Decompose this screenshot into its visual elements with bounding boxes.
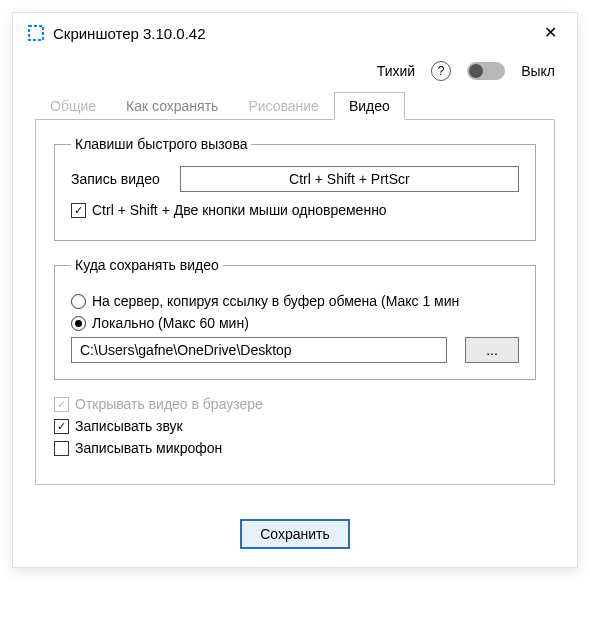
save-server-label: На сервер, копируя ссылку в буфер обмена… <box>92 293 459 309</box>
tab-how-save[interactable]: Как сохранять <box>111 92 233 120</box>
app-icon <box>27 24 45 42</box>
hotkeys-legend: Клавиши быстрого вызова <box>71 136 251 152</box>
save-location-legend: Куда сохранять видео <box>71 257 223 273</box>
record-video-label: Запись видео <box>71 171 160 187</box>
save-location-group: Куда сохранять видео На сервер, копируя … <box>54 257 536 380</box>
tab-general[interactable]: Общие <box>35 92 111 120</box>
save-button-label: Сохранить <box>260 526 330 542</box>
save-path-input[interactable]: C:\Users\gafne\OneDrive\Desktop <box>71 337 447 363</box>
tab-strip: Общие Как сохранять Рисование Видео <box>35 91 555 120</box>
hotkeys-group: Клавиши быстрого вызова Запись видео Ctr… <box>54 136 536 241</box>
quiet-mode-label: Тихий <box>377 63 415 79</box>
record-mic-label: Записывать микрофон <box>75 440 222 456</box>
toggle-state-label: Выкл <box>521 63 555 79</box>
save-server-radio[interactable] <box>71 294 86 309</box>
top-controls: Тихий ? Выкл <box>13 53 577 85</box>
tab-video-panel: Клавиши быстрого вызова Запись видео Ctr… <box>35 120 555 485</box>
mouse-combo-label: Ctrl + Shift + Две кнопки мыши одновреме… <box>92 202 387 218</box>
settings-window: Скриншотер 3.10.0.42 ✕ Тихий ? Выкл Общи… <box>12 12 578 568</box>
save-local-label: Локально (Макс 60 мин) <box>92 315 249 331</box>
browse-button-label: ... <box>486 342 498 358</box>
open-browser-checkbox <box>54 397 69 412</box>
tab-video[interactable]: Видео <box>334 92 405 120</box>
tab-drawing[interactable]: Рисование <box>233 92 334 120</box>
save-local-radio[interactable] <box>71 316 86 331</box>
browse-button[interactable]: ... <box>465 337 519 363</box>
record-video-hotkey-text: Ctrl + Shift + PrtScr <box>289 171 410 187</box>
footer: Сохранить <box>13 505 577 567</box>
window-title: Скриншотер 3.10.0.42 <box>53 25 538 42</box>
help-icon[interactable]: ? <box>431 61 451 81</box>
save-button[interactable]: Сохранить <box>240 519 350 549</box>
svg-rect-0 <box>29 26 43 40</box>
content-area: Общие Как сохранять Рисование Видео Клав… <box>13 85 577 505</box>
mouse-combo-checkbox[interactable] <box>71 203 86 218</box>
record-sound-label: Записывать звук <box>75 418 183 434</box>
record-mic-checkbox[interactable] <box>54 441 69 456</box>
record-sound-checkbox[interactable] <box>54 419 69 434</box>
record-video-hotkey-input[interactable]: Ctrl + Shift + PrtScr <box>180 166 519 192</box>
quiet-mode-toggle[interactable] <box>467 62 505 80</box>
open-browser-label: Открывать видео в браузере <box>75 396 263 412</box>
close-button[interactable]: ✕ <box>538 23 563 43</box>
titlebar: Скриншотер 3.10.0.42 ✕ <box>13 13 577 53</box>
save-path-text: C:\Users\gafne\OneDrive\Desktop <box>80 342 292 358</box>
